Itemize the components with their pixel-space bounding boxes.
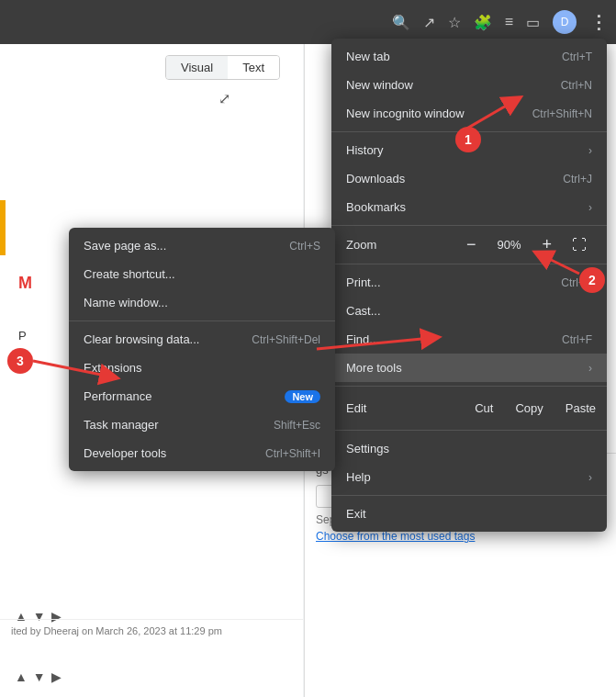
browser-toolbar: 🔍 ↗ ☆ 🧩 ≡ ▭ D ⋮: [0, 0, 616, 44]
menu-open-icon[interactable]: ≡: [505, 14, 513, 30]
menu-item-more-tools[interactable]: More tools ›: [331, 354, 607, 382]
expand-icon[interactable]: ⤢: [218, 90, 230, 107]
tags-link[interactable]: Choose from the most used tags: [316, 530, 605, 543]
menu-item-print[interactable]: Print... Ctrl+P: [331, 268, 607, 297]
menu-item-cast[interactable]: Cast...: [331, 297, 607, 325]
nav-arrow-right[interactable]: ▶: [51, 669, 62, 684]
nav-arrow-up[interactable]: ▲: [15, 669, 28, 684]
zoom-controls: − 90% + ⛶: [459, 233, 592, 256]
menu-item-exit[interactable]: Exit: [331, 500, 607, 528]
fullscreen-btn[interactable]: ⛶: [566, 235, 592, 255]
menu-item-new-tab[interactable]: New tab Ctrl+T: [331, 42, 607, 71]
menu-item-new-window[interactable]: New window Ctrl+N: [331, 71, 607, 99]
footer-text: ited by Dheeraj on March 26, 2023 at 11:…: [0, 619, 303, 642]
chrome-dropdown-menu: New tab Ctrl+T New window Ctrl+N New inc…: [331, 39, 607, 532]
share-icon[interactable]: ↗: [423, 14, 435, 31]
menu-divider-5: [331, 430, 607, 431]
menu-divider-3: [331, 264, 607, 264]
placeholder-text: P: [18, 329, 27, 343]
tablet-icon[interactable]: ▭: [526, 14, 540, 31]
menu-item-help[interactable]: Help ›: [331, 463, 607, 491]
cut-button[interactable]: Cut: [464, 396, 504, 421]
submenu-name-window[interactable]: Name window...: [69, 288, 335, 317]
tab-visual[interactable]: Visual: [166, 56, 228, 79]
submenu-developer-tools[interactable]: Developer tools Ctrl+Shift+I: [69, 439, 335, 467]
menu-divider-6: [331, 495, 607, 496]
nav-arrow-down[interactable]: ▼: [33, 669, 46, 684]
menu-divider-4: [331, 386, 607, 387]
zoom-plus-btn[interactable]: +: [534, 233, 559, 256]
zoom-row: Zoom − 90% + ⛶: [331, 230, 607, 260]
new-badge: New: [285, 390, 320, 403]
edit-row: Edit Cut Copy Paste: [331, 390, 607, 426]
zoom-minus-btn[interactable]: −: [459, 233, 484, 256]
submenu-divider-1: [69, 320, 335, 321]
extensions-icon[interactable]: 🧩: [474, 14, 492, 31]
submenu-task-manager[interactable]: Task manager Shift+Esc: [69, 410, 335, 439]
submenu-create-shortcut[interactable]: Create shortcut...: [69, 260, 335, 288]
red-letter: M: [18, 274, 32, 293]
menu-item-bookmarks[interactable]: Bookmarks ›: [331, 193, 607, 221]
browser-action-icons: 🔍 ↗ ☆ 🧩 ≡ ▭ D ⋮: [392, 10, 609, 34]
tab-text[interactable]: Text: [228, 56, 279, 79]
menu-item-new-incognito[interactable]: New incognito window Ctrl+Shift+N: [331, 99, 607, 128]
bottom-nav-arrows: ▲ ▼ ▶: [15, 669, 62, 684]
submenu-save-page[interactable]: Save page as... Ctrl+S: [69, 231, 335, 260]
paste-button[interactable]: Paste: [554, 396, 607, 421]
more-tools-submenu: Save page as... Ctrl+S Create shortcut..…: [69, 228, 335, 471]
bookmark-icon[interactable]: ☆: [448, 14, 461, 31]
menu-item-downloads[interactable]: Downloads Ctrl+J: [331, 164, 607, 193]
avatar[interactable]: D: [553, 10, 577, 34]
menu-item-find[interactable]: Find... Ctrl+F: [331, 325, 607, 354]
more-options-button[interactable]: ⋮: [589, 11, 609, 33]
search-icon[interactable]: 🔍: [392, 14, 410, 31]
color-bar: [0, 200, 6, 255]
menu-divider-1: [331, 131, 607, 132]
submenu-extensions[interactable]: Extensions: [69, 354, 335, 382]
zoom-value: 90%: [490, 238, 527, 252]
view-tabs: Visual Text: [165, 55, 280, 80]
menu-item-settings[interactable]: Settings: [331, 434, 607, 463]
menu-item-history[interactable]: History ›: [331, 136, 607, 164]
submenu-clear-browsing[interactable]: Clear browsing data... Ctrl+Shift+Del: [69, 325, 335, 354]
copy-button[interactable]: Copy: [504, 396, 554, 421]
menu-divider-2: [331, 225, 607, 226]
submenu-performance[interactable]: Performance New: [69, 382, 335, 410]
